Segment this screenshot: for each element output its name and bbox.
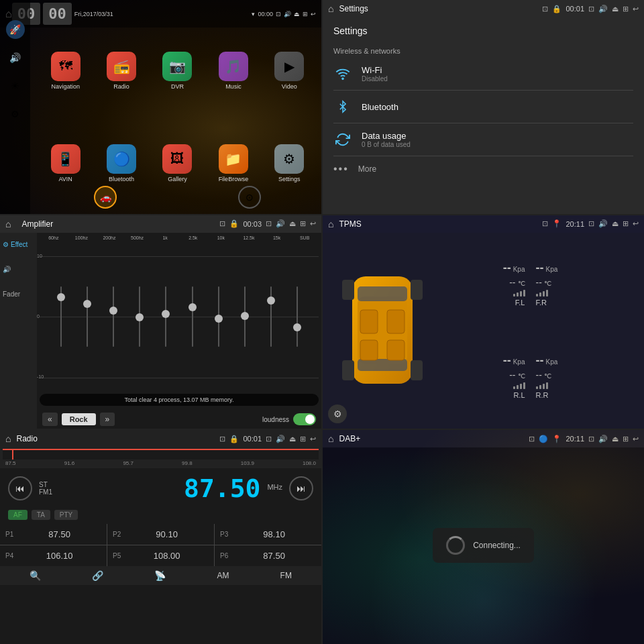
sidebar-vol-icon[interactable]: 🔊 [6, 48, 25, 67]
freq-p3: 99.8 [182, 460, 193, 466]
preset-p6[interactable]: P6 87.50 [215, 545, 321, 566]
preset-p1[interactable]: P1 87.50 [0, 524, 107, 545]
avin-icon: 📱 [51, 144, 80, 174]
settings-time: 00:01 [566, 5, 584, 13]
settings-home-icon[interactable]: ⌂ [328, 3, 333, 14]
eq-bar-4[interactable] [139, 280, 140, 354]
avin-label: AVIN [59, 176, 72, 182]
radio-topbar: ⌂ Radio ⊡ 🔒 00:01 ⊡ 🔊 ⏏ ⊞ ↩ [0, 430, 321, 447]
tpms-time: 20:11 [566, 220, 584, 228]
bluetooth-item[interactable]: Bluetooth [333, 91, 633, 123]
loudness-toggle-knob [305, 415, 315, 424]
eq-preset-button[interactable]: Rock [62, 413, 96, 425]
eject-icon: ⏏ [294, 11, 300, 17]
app-dvr[interactable]: 📷 DVR [151, 25, 204, 115]
data-usage-name: Data usage [362, 131, 633, 141]
sidebar-brightness-icon[interactable]: ☀ [6, 76, 25, 95]
data-usage-item[interactable]: Data usage 0 B of data used [333, 123, 633, 156]
wifi-item[interactable]: Wi-Fi Disabled [333, 58, 633, 91]
preset-p2[interactable]: P2 90.10 [107, 524, 214, 545]
preset-p4-freq: 106.10 [17, 551, 101, 561]
eq-bar-7[interactable] [218, 280, 219, 354]
radio-search-icon[interactable]: 🔍 [30, 570, 41, 581]
eq-label-10: 10 [37, 254, 42, 258]
radio-home-icon[interactable]: ⌂ [5, 433, 11, 444]
home-sidebar: 🚀 🔊 ☀ ⚙ [0, 0, 30, 214]
photo-icon: ⊡ [276, 11, 281, 17]
preset-p3[interactable]: P3 98.10 [215, 524, 321, 545]
eq-home-icon[interactable]: ⌂ [5, 219, 11, 229]
eq-bar-10[interactable] [297, 280, 298, 354]
eq-bar-1[interactable] [60, 280, 62, 354]
eq-bar-9[interactable] [270, 280, 272, 354]
video-icon: ▶ [274, 52, 304, 81]
eq-bar-2[interactable] [87, 280, 88, 354]
settings-main-title: Settings [333, 23, 633, 42]
more-item[interactable]: ••• More [333, 156, 633, 182]
preset-p5[interactable]: P5 108.00 [107, 545, 214, 566]
tpms-topbar: ⌂ TPMS ⊡ 📍 20:11 ⊡ 🔊 ⏏ ⊞ ↩ [323, 215, 644, 233]
preset-p6-freq: 87.50 [232, 551, 316, 561]
tpms-fl: --Kpa --℃ F.L [437, 238, 531, 330]
eq-bar-6[interactable] [192, 280, 193, 354]
radio-link-icon[interactable]: 🔗 [92, 570, 103, 581]
preset-p3-freq: 98.10 [232, 529, 316, 539]
tpms-fl-signal [513, 290, 525, 297]
eq-toast: Total clear 4 process, 13.07 MB memory. [40, 394, 319, 406]
tpms-fr-label: F.R [536, 299, 547, 307]
bt-label: Bluetooth [109, 176, 134, 182]
radio-pty-tag[interactable]: PTY [54, 510, 78, 520]
sidebar-eq-icon[interactable]: ⚙ [6, 105, 25, 123]
eq-prev-button[interactable]: « [42, 413, 58, 426]
radio-am-button[interactable]: AM [217, 571, 229, 580]
radio-back-icon[interactable]: ↩ [310, 435, 316, 443]
data-usage-text: Data usage 0 B of data used [362, 131, 633, 148]
sidebar-rocket-icon[interactable]: 🚀 [6, 20, 25, 39]
eq-bar-8[interactable] [244, 280, 246, 354]
main-grid: ⌂ 00 00 Fri,2017/03/31 ▾ 00:00 ⊡ 🔊 ⏏ ⊞ ↩… [0, 0, 644, 644]
eq-effect-item[interactable]: ⚙ Effect [0, 235, 37, 254]
preset-p1-label: P1 [5, 531, 13, 538]
preset-p4[interactable]: P4 106.10 [0, 545, 107, 566]
app-video[interactable]: ▶ Video [263, 25, 316, 115]
eq-vol-side-item[interactable]: 🔊 [0, 254, 37, 285]
bottom-circles-icon[interactable]: ⊙ [238, 186, 261, 209]
radio-antenna-icon[interactable]: 📡 [154, 570, 166, 581]
app-music[interactable]: 🎵 Music [207, 25, 260, 115]
back-icon[interactable]: ↩ [311, 11, 316, 17]
svg-rect-11 [360, 340, 378, 360]
settings-vid-icon: ⊡ [588, 5, 594, 13]
eq-bar-5[interactable] [165, 280, 166, 354]
radio-ta-tag[interactable]: TA [32, 510, 50, 520]
tpms-home-icon[interactable]: ⌂ [328, 219, 333, 229]
eq-vol-side-icon: 🔊 [3, 266, 11, 273]
freq-15k: 15k [263, 235, 291, 240]
loudness-toggle[interactable] [293, 413, 316, 425]
app-radio[interactable]: 📻 Radio [95, 25, 148, 115]
tpms-rl-kpa-unit: Kpa [513, 358, 525, 366]
radio-st-label: ST [39, 481, 177, 488]
radio-label: Radio [113, 83, 129, 90]
tpms-fr-kpa-unit: Kpa [546, 266, 558, 273]
eq-fader-item[interactable]: Fader [0, 285, 37, 303]
radio-presets: P1 87.50 P2 90.10 P3 98.10 P4 106.10 P5 … [0, 524, 321, 566]
eq-next-button[interactable]: » [100, 413, 115, 426]
tpms-fr-temp-unit: ℃ [544, 280, 551, 287]
radio-next-button[interactable]: ⏭ [289, 476, 313, 500]
tpms-rr-kpa: -- [536, 354, 544, 368]
settings-back-icon[interactable]: ↩ [633, 5, 639, 13]
tpms-fr: --Kpa --℃ F.R [531, 238, 639, 330]
tpms-back-icon[interactable]: ↩ [633, 219, 639, 228]
radio-freq-bar-area: 87.5 91.6 95.7 99.8 103.9 108.0 [0, 447, 321, 468]
data-usage-sub: 0 B of data used [362, 141, 633, 148]
radio-prev-button[interactable]: ⏮ [8, 476, 32, 500]
app-navigation[interactable]: 🗺 Navigation [39, 25, 92, 115]
dab-connecting-label: Connecting... [473, 541, 521, 550]
eq-bar-3[interactable] [113, 280, 114, 354]
music-label: Music [225, 83, 241, 90]
radio-fm-button[interactable]: FM [280, 571, 292, 580]
radio-af-tag[interactable]: AF [8, 510, 28, 520]
radio-vol-icon: 🔊 [276, 435, 285, 443]
eq-back-icon[interactable]: ↩ [310, 219, 316, 228]
bottom-car-icon[interactable]: 🚗 [94, 186, 117, 209]
